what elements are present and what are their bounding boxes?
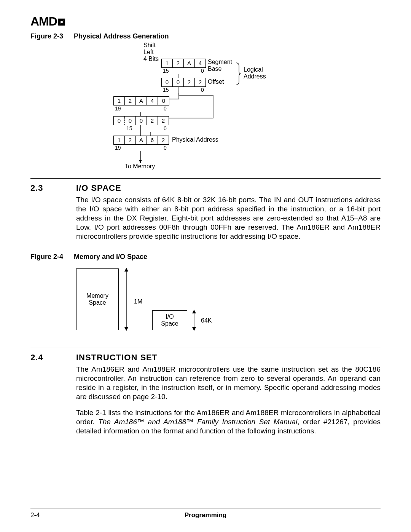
section-2-3-heading: 2.3 I/O SPACE	[30, 183, 381, 193]
to-memory-label: To Memory	[125, 163, 155, 170]
shift-label-line1: Shift	[143, 42, 156, 49]
section-2-4-body-p2: Table 2-1 lists the instructions for the…	[76, 408, 381, 436]
logical-address-label-1: Logical	[244, 66, 263, 73]
section-divider	[30, 348, 381, 348]
phys-cell: 1	[114, 136, 125, 144]
section-title: I/O SPACE	[76, 183, 121, 193]
section-divider	[30, 178, 381, 179]
segment-base-cells: 1 2 A 4	[161, 59, 206, 68]
ext-lo-bit: 0	[164, 125, 167, 131]
segment-cell: 4	[195, 59, 206, 67]
ext-cell: 2	[147, 117, 158, 125]
phys-hi-bit: 19	[115, 145, 121, 151]
figure-number: Figure 2-4	[30, 253, 63, 260]
figure-number: Figure 2-3	[30, 32, 63, 40]
ext-cell: 2	[158, 117, 169, 125]
shifted-cell-pad: 0	[158, 97, 169, 105]
shifted-cell: A	[136, 97, 147, 105]
section-2-4-heading: 2.4 INSTRUCTION SET	[30, 353, 381, 363]
logical-address-label-2: Address	[244, 73, 266, 80]
body-text-italic: The Am186™ and Am188™ Family Instruction…	[98, 418, 297, 426]
section-title: INSTRUCTION SET	[76, 353, 158, 363]
segment-label-2: Base	[208, 66, 221, 72]
section-2-3-body: The I/O space consists of 64K 8-bit or 3…	[76, 195, 381, 241]
svg-marker-7	[192, 310, 196, 313]
shifted-cell: 2	[125, 97, 136, 105]
shifted-cell: 1	[114, 97, 125, 105]
shifted-cells: 1 2 A 4 0	[113, 96, 169, 105]
section-number: 2.3	[30, 183, 76, 193]
memory-size-label: 1M	[134, 298, 142, 305]
figure-title: Memory and I/O Space	[74, 253, 147, 260]
segment-cell: A	[184, 59, 195, 67]
offset-label: Offset	[208, 78, 224, 85]
ext-cell: 0	[136, 117, 147, 125]
offset-cell: 0	[162, 78, 173, 86]
phys-cell: 2	[125, 136, 136, 144]
section-number: 2.4	[30, 353, 76, 363]
phys-cell: 6	[147, 136, 158, 144]
segment-cell: 2	[173, 59, 184, 67]
section-divider	[30, 248, 381, 248]
document-page: AMD Figure 2-3Physical Address Generatio…	[0, 0, 411, 532]
offset-cells: 0 0 2 2	[161, 78, 206, 87]
figure-2-4-caption: Figure 2-4Memory and I/O Space	[30, 253, 381, 261]
offset-cell: 0	[173, 78, 184, 86]
segment-hi-bit: 15	[163, 68, 169, 74]
svg-marker-8	[192, 327, 196, 331]
page-footer: 2-4 Programming	[30, 508, 381, 519]
io-label-2: Space	[161, 320, 178, 327]
extended-offset-cells: 0 0 0 2 2	[113, 116, 169, 125]
segment-lo-bit: 0	[201, 68, 204, 74]
physical-address-cells: 1 2 A 6 2	[113, 136, 169, 145]
figure-title: Physical Address Generation	[74, 32, 169, 40]
svg-marker-5	[124, 327, 128, 331]
io-label-1: I/O	[161, 313, 178, 320]
ext-hi-bit: 15	[126, 125, 132, 131]
amd-logo: AMD	[30, 14, 381, 29]
segment-label-1: Segment	[208, 59, 232, 66]
memory-space-box: Memory Space	[76, 268, 119, 330]
physical-address-label: Physical Address	[172, 136, 218, 143]
segment-cell: 1	[162, 59, 173, 67]
io-size-arrow	[190, 310, 201, 331]
memory-label-1: Memory	[86, 292, 108, 299]
shifted-lo-bit: 0	[164, 105, 167, 112]
memory-label-2: Space	[86, 299, 108, 306]
figure-2-3-caption: Figure 2-3Physical Address Generation	[30, 32, 381, 40]
ext-cell-pad: 0	[114, 117, 125, 125]
phys-cell: 2	[158, 136, 169, 144]
shifted-hi-bit: 19	[115, 105, 121, 112]
phys-lo-bit: 0	[164, 145, 167, 151]
section-2-4-body-p1: The Am186ER and Am188ER microcontrollers…	[76, 365, 381, 401]
logo-arrow-icon	[57, 15, 66, 29]
io-size-label: 64K	[201, 317, 212, 324]
offset-cell: 2	[195, 78, 206, 86]
svg-marker-4	[124, 268, 128, 272]
ext-cell: 0	[125, 117, 136, 125]
logo-text: AMD	[30, 14, 57, 28]
memory-size-arrow	[122, 268, 133, 331]
offset-cell: 2	[184, 78, 195, 86]
figure-2-4-diagram: Memory Space 1M I/O Space 64K	[76, 265, 381, 341]
io-space-box: I/O Space	[152, 310, 187, 330]
shift-label-line2: Left	[143, 49, 154, 56]
shifted-cell: 4	[147, 97, 158, 105]
footer-section-title: Programming	[30, 511, 381, 519]
offset-hi-bit: 15	[163, 87, 169, 93]
offset-lo-bit: 0	[201, 87, 204, 93]
phys-cell: A	[136, 136, 147, 144]
shift-label-line3: 4 Bits	[143, 56, 159, 62]
figure-2-3-diagram: Shift Left 4 Bits 1 2 A 4 15 0 Segment B…	[30, 42, 381, 171]
